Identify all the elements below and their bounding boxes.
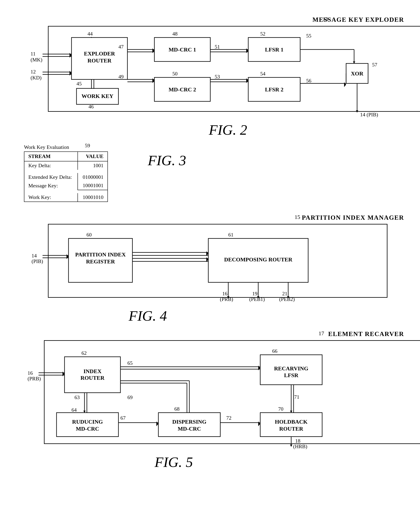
svg-text:70: 70 — [278, 406, 283, 412]
svg-text:19: 19 — [252, 291, 257, 296]
svg-text:54: 54 — [260, 71, 265, 77]
fig3-table: STREAM VALUE Key Delta: 1001 Extended Ke… — [24, 151, 108, 202]
svg-text:MD-CRC: MD-CRC — [76, 426, 99, 432]
fig4-caption: FIG. 4 — [48, 308, 248, 324]
svg-text:(PRB): (PRB) — [220, 296, 233, 302]
svg-text:69: 69 — [128, 395, 133, 400]
fig3-row-blank2 — [24, 190, 108, 193]
svg-text:ROUTER: ROUTER — [88, 58, 112, 64]
svg-text:(PEB2): (PEB2) — [279, 296, 295, 302]
svg-text:REGISTER: REGISTER — [86, 258, 115, 264]
fig5-svg: 16 (PRB) INDEX ROUTER 62 65 REC — [45, 341, 420, 445]
fig2-container: MESSAGE KEY EXPLODER 13 11 (MK) 12 (KD) — [28, 16, 404, 138]
svg-text:52: 52 — [260, 31, 265, 37]
svg-text:DECOMPOSING ROUTER: DECOMPOSING ROUTER — [224, 257, 292, 263]
fig3-title: Work Key Evaluation — [24, 144, 108, 150]
svg-text:53: 53 — [215, 74, 220, 80]
svg-text:LFSR 1: LFSR 1 — [265, 46, 284, 53]
svg-text:ROUTER: ROUTER — [81, 375, 105, 381]
fig4-title: PARTITION INDEX MANAGER — [302, 214, 404, 221]
svg-text:64: 64 — [72, 407, 77, 413]
fig3-cell-stream3: Message Key: — [24, 181, 78, 190]
fig3-row-extkeydelta: Extended Key Delta: 01000001 — [24, 173, 108, 181]
svg-text:46: 46 — [89, 104, 94, 110]
fig3-cell-value2: 01000001 — [78, 173, 108, 181]
fig5-outer-box: 16 (PRB) INDEX ROUTER 62 65 REC — [44, 340, 420, 444]
fig5-title-ref: 17 — [319, 330, 324, 337]
fig3-col-stream: STREAM — [24, 152, 78, 161]
svg-marker-143 — [290, 445, 292, 447]
svg-text:INDEX: INDEX — [83, 368, 101, 374]
svg-text:47: 47 — [119, 44, 124, 50]
fig3-cell-stream1: Key Delta: — [24, 161, 78, 170]
fig3-cell-value4: 10001010 — [78, 193, 108, 202]
svg-text:71: 71 — [294, 394, 299, 400]
svg-text:66: 66 — [272, 348, 278, 354]
fig4-title-ref: 15 — [295, 214, 300, 220]
fig3-cell-stream2: Extended Key Delta: — [24, 173, 78, 181]
fig3-caption: FIG. 3 — [148, 152, 186, 169]
fig2-title-ref: 13 — [322, 16, 328, 22]
fig5-title: ELEMENT RECARVER — [328, 330, 404, 338]
svg-text:55: 55 — [306, 33, 311, 39]
svg-text:50: 50 — [172, 71, 178, 77]
fig3-col-value: VALUE — [78, 152, 108, 161]
fig3-row-blank1 — [24, 170, 108, 173]
fig2-svg: 11 (MK) 12 (KD) EXPLODER ROUTER — [49, 27, 420, 112]
svg-text:45: 45 — [76, 81, 82, 87]
fig3-cell-stream4: Work Key: — [24, 193, 78, 202]
svg-text:DISPERSING: DISPERSING — [172, 419, 206, 425]
svg-text:(HRB): (HRB) — [293, 444, 307, 449]
svg-text:ROUTER: ROUTER — [279, 426, 303, 432]
svg-text:67: 67 — [120, 415, 126, 421]
svg-text:(PRB): (PRB) — [28, 376, 41, 382]
svg-text:12: 12 — [30, 69, 36, 75]
svg-text:68: 68 — [174, 406, 180, 412]
svg-text:61: 61 — [228, 232, 233, 238]
svg-text:MD-CRC 2: MD-CRC 2 — [169, 86, 196, 93]
fig3-cell-value1: 1001 — [78, 161, 108, 170]
fig2-outer-box: 11 (MK) 12 (KD) EXPLODER ROUTER — [48, 26, 420, 112]
fig3-row-keydelta: Key Delta: 1001 — [24, 161, 108, 170]
svg-text:21: 21 — [282, 291, 287, 296]
svg-text:HOLDBACK: HOLDBACK — [275, 419, 308, 425]
svg-text:WORK KEY: WORK KEY — [82, 93, 113, 99]
fig4-svg: 14 (PIB) PARTITION INDEX REGISTER 60 — [49, 225, 388, 298]
svg-text:(MK): (MK) — [30, 57, 42, 63]
fig5-container: ELEMENT RECARVER 17 16 (PRB) INDEX ROUTE… — [24, 330, 404, 470]
svg-text:65: 65 — [128, 360, 133, 366]
fig4-container: PARTITION INDEX MANAGER 15 14 (PIB) PART… — [28, 214, 404, 324]
svg-text:14: 14 — [31, 253, 37, 259]
svg-text:(KD): (KD) — [30, 75, 42, 81]
svg-text:RECARVING: RECARVING — [274, 365, 308, 372]
svg-text:18: 18 — [295, 438, 300, 444]
fig3-ref: 59 — [85, 143, 90, 149]
svg-text:LFSR: LFSR — [284, 372, 298, 378]
svg-text:72: 72 — [226, 415, 232, 421]
svg-text:49: 49 — [119, 74, 124, 80]
svg-text:44: 44 — [88, 31, 93, 37]
svg-text:63: 63 — [75, 395, 80, 400]
svg-text:14 (PIB): 14 (PIB) — [360, 112, 378, 117]
fig3-table-wrap: Work Key Evaluation STREAM VALUE Key Del… — [24, 144, 108, 202]
svg-text:(PIB): (PIB) — [31, 258, 43, 264]
svg-text:57: 57 — [372, 62, 377, 68]
svg-text:60: 60 — [86, 232, 92, 238]
svg-text:XOR: XOR — [351, 70, 363, 77]
fig3-cell-value3: 10001001 — [78, 181, 108, 190]
svg-text:56: 56 — [306, 78, 311, 84]
svg-marker-62 — [356, 110, 358, 112]
svg-text:PARTITION INDEX: PARTITION INDEX — [75, 251, 126, 258]
svg-text:16: 16 — [222, 291, 227, 296]
fig3-container: Work Key Evaluation STREAM VALUE Key Del… — [24, 144, 404, 202]
fig4-outer-box: 14 (PIB) PARTITION INDEX REGISTER 60 — [48, 224, 387, 298]
svg-text:48: 48 — [172, 31, 178, 37]
svg-text:11: 11 — [30, 51, 36, 57]
svg-text:RUDUCING: RUDUCING — [72, 419, 103, 425]
svg-text:MD-CRC: MD-CRC — [178, 426, 201, 432]
fig3-row-msgkey: Message Key: 10001001 — [24, 181, 108, 190]
svg-text:LFSR 2: LFSR 2 — [265, 86, 284, 93]
fig2-caption: FIG. 2 — [52, 122, 404, 138]
fig3-row-workkey: Work Key: 10001010 — [24, 193, 108, 202]
svg-text:MD-CRC 1: MD-CRC 1 — [169, 46, 196, 53]
